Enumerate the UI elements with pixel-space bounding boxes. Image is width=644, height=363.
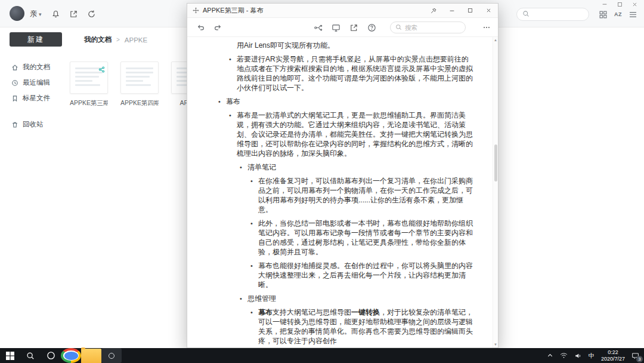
outline-text[interactable]: 幕布支持大纲笔记与思维导图一键转换，对于比较复杂的清单笔记，可以一键转换为思维导… [258,307,475,346]
chrome-icon[interactable] [61,348,81,363]
network-icon[interactable] [560,352,568,359]
sidebar-item-starred[interactable]: 标星文件 [11,93,62,103]
outline-item[interactable]: •若要进行AR实景导航，只需将手机竖起，从屏幕中的实景点击想要前往的地点或者在下… [218,54,475,93]
minimize-icon[interactable] [601,1,608,8]
document-card[interactable]: APPKE第三期 [70,61,108,107]
export-icon[interactable] [348,22,359,33]
bookmark-icon [11,94,18,102]
ime-indicator[interactable]: 中 [589,352,595,360]
scroll-up-icon[interactable]: ▲ [493,38,498,42]
more-icon[interactable] [481,22,492,33]
document-thumbnail[interactable] [70,61,108,94]
document-thumbnail[interactable] [120,61,159,94]
outline-text[interactable]: 在你准备复习时，可以借助幕布列出一个复习清单，在你出门采购商品之前，可以用幕布列… [258,176,475,214]
presentation-icon[interactable] [330,22,341,33]
cortana-icon[interactable] [41,348,61,363]
bullet-icon[interactable]: • [250,219,258,257]
tray-icons [547,352,582,359]
bullet-icon[interactable]: • [240,162,247,172]
undo-icon[interactable] [196,22,206,33]
sidebar: 我的文档最近编辑标星文件回收站 [11,62,62,130]
outline-item[interactable]: •此外，当你总结一部电影或者一本书时，幕布也能很好地帮助你组织笔记内容。可以用幕… [218,219,475,257]
close-icon[interactable] [631,1,638,8]
chevron-down-icon: ▾ [39,11,42,17]
toolbar-more-group [481,18,492,37]
scrollbar-thumb[interactable] [494,144,497,182]
clock-time: 0:22 [601,349,625,356]
maximize-icon[interactable] [461,4,479,17]
sidebar-item-label: 最近编辑 [23,78,50,87]
taskbar-clock[interactable]: 0:22 2020/7/27 [601,349,625,362]
outline-text[interactable]: 思维管理 [247,294,475,303]
mindmap-icon[interactable] [312,22,323,33]
user-name: 亲 [30,9,37,19]
notification-center-icon[interactable]: 3 [631,352,639,359]
sidebar-item-label: 标星文件 [23,94,50,103]
explorer-icon[interactable] [81,348,101,363]
sidebar-item-my-docs[interactable]: 我的文档 [11,62,62,72]
thumbnail-text-line [126,76,150,78]
outline-item[interactable]: 用Air Lens即可实现所有功能。 [218,41,475,50]
document-search[interactable] [390,21,466,33]
grid-view-icon[interactable] [599,11,607,19]
breadcrumb-root[interactable]: 我的文档 [84,35,112,44]
outline-item[interactable]: •思维管理 [218,294,475,303]
maximize-icon[interactable] [616,1,623,8]
taskbar-search-icon[interactable] [20,348,41,363]
volume-icon[interactable] [574,352,582,359]
thumbnail-text-line [126,67,153,69]
player-icon[interactable] [101,348,122,363]
chevron-up-icon[interactable] [547,352,553,359]
outline-text[interactable]: 用Air Lens即可实现所有功能。 [237,41,475,50]
document-card[interactable]: APPKE第四期 [120,61,159,107]
outline-item[interactable]: •幕布 [218,97,475,106]
scroll-down-icon[interactable]: ▼ [493,343,498,346]
close-icon[interactable] [479,4,498,17]
bullet-icon[interactable]: • [229,110,237,158]
outline-text[interactable]: 清单笔记 [247,162,475,172]
help-icon[interactable] [366,22,377,33]
sidebar-item-label: 回收站 [23,120,44,129]
notification-badge: 3 [636,356,643,362]
refresh-icon[interactable] [86,8,97,19]
bell-icon[interactable] [50,8,61,19]
bullet-icon[interactable]: • [218,97,226,106]
document-window-titlebar[interactable]: APPKE第三期 - 幕布 [187,4,498,18]
outline-text[interactable]: 幕布也能很好地捕捉灵感。在创作的过程中，你可以将头脑里的内容大纲快速整理出来，之… [258,261,475,290]
bullet-icon[interactable]: • [250,307,258,346]
breadcrumb-current[interactable]: APPKE [125,36,147,44]
outline-item[interactable]: •在你准备复习时，可以借助幕布列出一个复习清单，在你出门采购商品之前，可以用幕布… [218,176,475,214]
outline-item[interactable]: •幕布是一款清单式的大纲笔记工具，更是一款思维辅助工具。界面简洁美观，拥有强大的… [218,110,475,158]
outline-item[interactable]: •幕布支持大纲笔记与思维导图一键转换，对于比较复杂的清单笔记，可以一键转换为思维… [218,307,475,346]
new-document-button[interactable]: 新建 [10,32,62,47]
outline-item[interactable]: •清单笔记 [218,162,475,172]
document-search-input[interactable] [405,24,460,31]
outline-text[interactable]: 幕布 [226,97,475,106]
bullet-icon[interactable]: • [250,261,258,290]
bullet-icon[interactable]: • [240,294,247,303]
scrollbar[interactable]: ▲ ▼ [493,37,498,347]
minimize-icon[interactable] [442,4,461,17]
sidebar-item-recycle[interactable]: 回收站 [11,119,62,130]
global-search[interactable] [516,8,589,21]
pin-icon[interactable] [424,4,442,17]
outline-list: 用Air Lens即可实现所有功能。•若要进行AR实景导航，只需将手机竖起，从屏… [187,37,493,347]
document-window-controls [424,4,498,17]
search-icon [522,9,530,20]
thumbnail-text-line [126,84,151,86]
global-search-input[interactable] [533,11,583,18]
list-view-icon[interactable] [629,11,637,18]
bullet-icon[interactable]: • [250,176,258,214]
export-icon[interactable] [68,8,79,19]
sidebar-item-recent[interactable]: 最近编辑 [11,78,62,88]
outline-item[interactable]: •幕布也能很好地捕捉灵感。在创作的过程中，你可以将头脑里的内容大纲快速整理出来，… [218,261,475,290]
start-icon[interactable] [0,348,20,363]
user-menu[interactable]: 亲 ▾ [30,9,42,19]
outline-text[interactable]: 幕布是一款清单式的大纲笔记工具，更是一款思维辅助工具。界面简洁美观，拥有强大的功… [237,110,475,158]
avatar[interactable] [10,6,24,21]
outline-text[interactable]: 若要进行AR实景导航，只需将手机竖起，从屏幕中的实景点击想要前往的地点或者在下方… [237,54,475,93]
bullet-icon[interactable]: • [229,54,237,93]
sort-az-icon[interactable]: AZ [614,11,622,17]
redo-icon[interactable] [212,22,223,33]
outline-text[interactable]: 此外，当你总结一部电影或者一本书时，幕布也能很好地帮助你组织笔记内容。可以用幕布… [258,219,475,257]
